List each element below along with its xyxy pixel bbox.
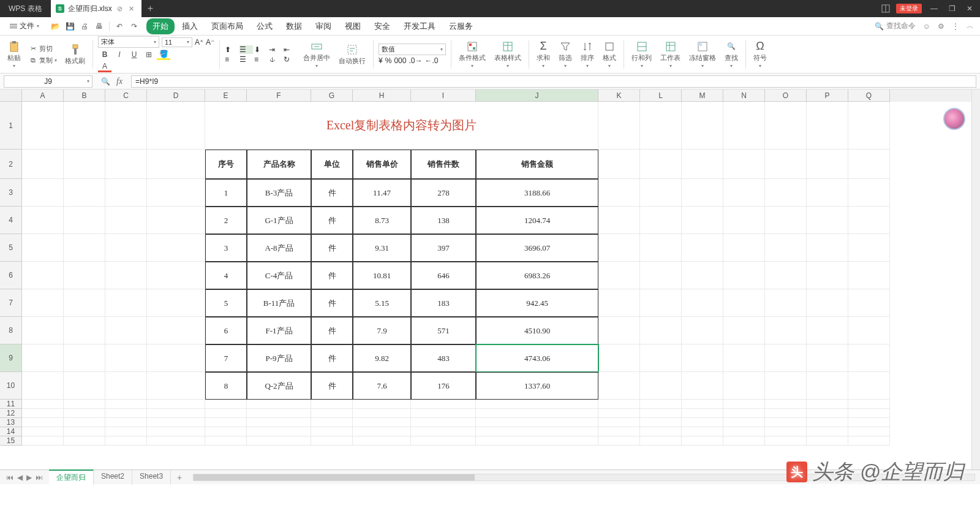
col-header-A[interactable]: A: [22, 89, 64, 102]
font-color-button[interactable]: A: [98, 61, 111, 72]
cell-B7[interactable]: [64, 289, 105, 317]
cell-D12[interactable]: [147, 409, 205, 418]
cell-P13[interactable]: [807, 418, 848, 427]
cell-L3[interactable]: [640, 179, 682, 207]
cell-B14[interactable]: [64, 427, 105, 436]
cell-H9[interactable]: 9.82: [353, 344, 411, 372]
cell-K13[interactable]: [598, 418, 640, 427]
cell-E6[interactable]: 4: [205, 262, 247, 289]
cell-I8[interactable]: 571: [411, 317, 476, 344]
cell-P6[interactable]: [807, 262, 848, 289]
file-menu[interactable]: 文件 ▾: [6, 20, 43, 32]
cell-J6[interactable]: 6983.26: [476, 262, 598, 289]
row-header-12[interactable]: 12: [0, 409, 22, 418]
align-center-icon[interactable]: ☰: [239, 55, 253, 64]
cell-L15[interactable]: [640, 436, 682, 446]
col-header-I[interactable]: I: [411, 89, 476, 102]
cell-I6[interactable]: 646: [411, 262, 476, 289]
cell-M6[interactable]: [682, 262, 723, 289]
cell-K10[interactable]: [598, 372, 640, 400]
cell-E5[interactable]: 3: [205, 234, 247, 262]
cell-B8[interactable]: [64, 317, 105, 344]
cell-C4[interactable]: [105, 207, 147, 234]
cell-M8[interactable]: [682, 317, 723, 344]
cell-D9[interactable]: [147, 344, 205, 372]
cell-F4[interactable]: G-1产品: [247, 207, 311, 234]
find-button[interactable]: 🔍查找▾: [722, 38, 741, 71]
cell-Q8[interactable]: [848, 317, 890, 344]
rowcol-button[interactable]: 行和列▾: [629, 38, 654, 71]
cell-B12[interactable]: [64, 409, 105, 418]
menu-tab-插入[interactable]: 插入: [176, 18, 204, 34]
cell-I7[interactable]: 183: [411, 289, 476, 317]
cell-L4[interactable]: [640, 207, 682, 234]
cell-E11[interactable]: [205, 400, 247, 409]
cell-L9[interactable]: [640, 344, 682, 372]
scrollbar-thumb[interactable]: [194, 474, 475, 481]
cell-O1[interactable]: [765, 102, 807, 150]
cell-P11[interactable]: [807, 400, 848, 409]
cell-A15[interactable]: [22, 436, 64, 446]
cell-M11[interactable]: [682, 400, 723, 409]
cell-A12[interactable]: [22, 409, 64, 418]
cell-F13[interactable]: [247, 418, 311, 427]
sheet-tab-企望而归[interactable]: 企望而归: [49, 469, 94, 485]
cell-P7[interactable]: [807, 289, 848, 317]
worksheet-button[interactable]: 工作表▾: [658, 38, 683, 71]
cell-O14[interactable]: [765, 427, 807, 436]
cell-H14[interactable]: [353, 427, 411, 436]
cell-C2[interactable]: [105, 150, 147, 179]
login-badge[interactable]: 未登录: [896, 4, 922, 13]
align-middle-icon[interactable]: ☰: [239, 45, 253, 54]
cell-D11[interactable]: [147, 400, 205, 409]
cell-I12[interactable]: [411, 409, 476, 418]
cell-H15[interactable]: [353, 436, 411, 446]
cell-A9[interactable]: [22, 344, 64, 372]
cell-P15[interactable]: [807, 436, 848, 446]
cell-C11[interactable]: [105, 400, 147, 409]
row-header-1[interactable]: 1: [0, 102, 22, 150]
open-icon[interactable]: 📂: [50, 21, 60, 31]
col-header-C[interactable]: C: [105, 89, 147, 102]
cell-I10[interactable]: 176: [411, 372, 476, 400]
cell-O4[interactable]: [765, 207, 807, 234]
conditional-format-button[interactable]: 条件格式▾: [456, 38, 488, 71]
cell-B11[interactable]: [64, 400, 105, 409]
cell-K14[interactable]: [598, 427, 640, 436]
col-header-B[interactable]: B: [64, 89, 105, 102]
cell-E3[interactable]: 1: [205, 179, 247, 207]
menu-tab-云服务[interactable]: 云服务: [443, 18, 479, 34]
cell-H4[interactable]: 8.73: [353, 207, 411, 234]
col-header-H[interactable]: H: [353, 89, 411, 102]
align-top-icon[interactable]: ⬆: [225, 45, 238, 54]
cell-B1[interactable]: [64, 102, 105, 150]
cell-K1[interactable]: [598, 102, 640, 150]
menu-tab-开始[interactable]: 开始: [146, 18, 175, 34]
cell-P3[interactable]: [807, 179, 848, 207]
cell-J10[interactable]: 1337.60: [476, 372, 598, 400]
cell-L10[interactable]: [640, 372, 682, 400]
pin-icon[interactable]: ⊘: [116, 5, 124, 13]
wrap-text-button[interactable]: 自动换行: [336, 38, 368, 71]
search-command[interactable]: 🔍 查找命令: [875, 21, 916, 31]
format-painter-button[interactable]: 格式刷: [62, 38, 88, 71]
row-header-2[interactable]: 2: [0, 150, 22, 179]
cell-O13[interactable]: [765, 418, 807, 427]
cell-J2[interactable]: 销售金额: [476, 150, 598, 179]
cell-A2[interactable]: [22, 150, 64, 179]
cell-E13[interactable]: [205, 418, 247, 427]
col-header-O[interactable]: O: [765, 89, 807, 102]
filter-button[interactable]: 筛选▾: [556, 38, 575, 71]
cell-D5[interactable]: [147, 234, 205, 262]
col-header-M[interactable]: M: [682, 89, 723, 102]
cell-C5[interactable]: [105, 234, 147, 262]
currency-icon[interactable]: ¥: [379, 56, 383, 65]
row-header-9[interactable]: 9: [0, 344, 22, 372]
orientation-icon[interactable]: ↻: [284, 55, 297, 64]
fill-color-button[interactable]: 🪣: [157, 49, 170, 60]
cell-P10[interactable]: [807, 372, 848, 400]
cell-Q11[interactable]: [848, 400, 890, 409]
cell-B2[interactable]: [64, 150, 105, 179]
cell-J7[interactable]: 942.45: [476, 289, 598, 317]
cell-E10[interactable]: 8: [205, 372, 247, 400]
